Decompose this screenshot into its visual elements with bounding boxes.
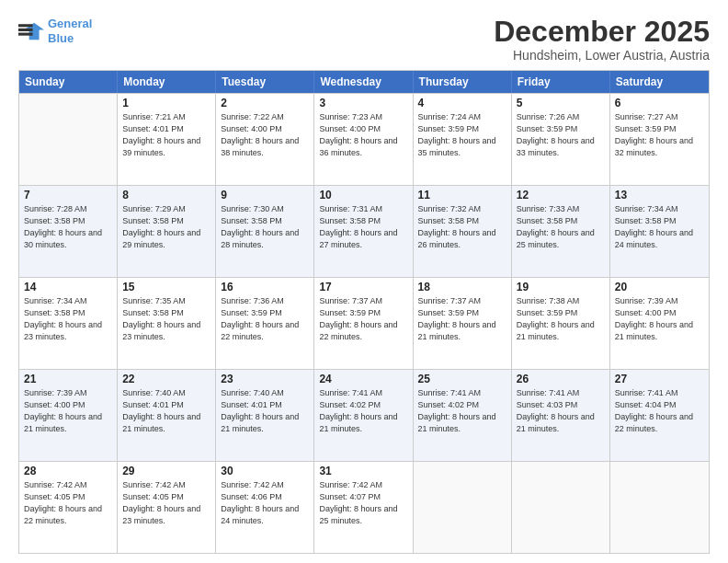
day-number: 27 bbox=[615, 373, 704, 385]
calendar-cell: 18Sunrise: 7:37 AM Sunset: 3:59 PM Dayli… bbox=[414, 278, 512, 369]
calendar-cell: 30Sunrise: 7:42 AM Sunset: 4:06 PM Dayli… bbox=[216, 462, 314, 553]
day-number: 24 bbox=[319, 373, 407, 385]
day-number: 10 bbox=[319, 189, 407, 201]
location-subtitle: Hundsheim, Lower Austria, Austria bbox=[494, 48, 710, 63]
day-number: 30 bbox=[221, 465, 309, 477]
cell-sun-info: Sunrise: 7:40 AM Sunset: 4:01 PM Dayligh… bbox=[221, 387, 309, 435]
calendar-cell: 29Sunrise: 7:42 AM Sunset: 4:05 PM Dayli… bbox=[118, 462, 216, 553]
calendar-row: 1Sunrise: 7:21 AM Sunset: 4:01 PM Daylig… bbox=[19, 93, 709, 185]
calendar-cell: 31Sunrise: 7:42 AM Sunset: 4:07 PM Dayli… bbox=[314, 462, 413, 553]
cell-sun-info: Sunrise: 7:39 AM Sunset: 4:00 PM Dayligh… bbox=[24, 387, 112, 435]
cell-sun-info: Sunrise: 7:42 AM Sunset: 4:05 PM Dayligh… bbox=[24, 479, 112, 527]
day-number: 20 bbox=[615, 281, 704, 293]
calendar-cell: 7Sunrise: 7:28 AM Sunset: 3:58 PM Daylig… bbox=[19, 186, 118, 277]
calendar-cell: 28Sunrise: 7:42 AM Sunset: 4:05 PM Dayli… bbox=[19, 462, 118, 553]
cal-header-day: Friday bbox=[512, 71, 610, 93]
calendar-cell: 14Sunrise: 7:34 AM Sunset: 3:58 PM Dayli… bbox=[19, 278, 118, 369]
logo: General Blue bbox=[18, 17, 92, 45]
calendar-cell: 25Sunrise: 7:41 AM Sunset: 4:02 PM Dayli… bbox=[414, 370, 512, 461]
cell-sun-info: Sunrise: 7:33 AM Sunset: 3:58 PM Dayligh… bbox=[517, 203, 605, 251]
day-number: 3 bbox=[319, 97, 407, 109]
title-block: December 2025 Hundsheim, Lower Austria, … bbox=[494, 17, 710, 63]
svg-rect-2 bbox=[18, 24, 33, 27]
cell-sun-info: Sunrise: 7:27 AM Sunset: 3:59 PM Dayligh… bbox=[615, 111, 704, 159]
cal-header-day: Sunday bbox=[19, 71, 118, 93]
day-number: 15 bbox=[122, 281, 210, 293]
calendar-row: 14Sunrise: 7:34 AM Sunset: 3:58 PM Dayli… bbox=[19, 277, 709, 369]
calendar-header: SundayMondayTuesdayWednesdayThursdayFrid… bbox=[19, 71, 709, 93]
cell-sun-info: Sunrise: 7:41 AM Sunset: 4:02 PM Dayligh… bbox=[319, 387, 407, 435]
calendar-cell: 22Sunrise: 7:40 AM Sunset: 4:01 PM Dayli… bbox=[118, 370, 216, 461]
header: General Blue December 2025 Hundsheim, Lo… bbox=[18, 17, 710, 63]
cell-sun-info: Sunrise: 7:32 AM Sunset: 3:58 PM Dayligh… bbox=[418, 203, 506, 251]
calendar-cell: 23Sunrise: 7:40 AM Sunset: 4:01 PM Dayli… bbox=[216, 370, 314, 461]
day-number: 26 bbox=[517, 373, 605, 385]
cell-sun-info: Sunrise: 7:37 AM Sunset: 3:59 PM Dayligh… bbox=[418, 295, 506, 343]
logo-icon bbox=[18, 18, 44, 44]
calendar-cell: 9Sunrise: 7:30 AM Sunset: 3:58 PM Daylig… bbox=[216, 186, 314, 277]
calendar-cell: 24Sunrise: 7:41 AM Sunset: 4:02 PM Dayli… bbox=[314, 370, 413, 461]
cell-sun-info: Sunrise: 7:41 AM Sunset: 4:04 PM Dayligh… bbox=[615, 387, 704, 435]
calendar-cell bbox=[512, 462, 610, 553]
calendar-cell: 10Sunrise: 7:31 AM Sunset: 3:58 PM Dayli… bbox=[314, 186, 413, 277]
calendar-cell: 27Sunrise: 7:41 AM Sunset: 4:04 PM Dayli… bbox=[610, 370, 709, 461]
day-number: 4 bbox=[418, 97, 506, 109]
day-number: 5 bbox=[517, 97, 605, 109]
calendar-cell: 17Sunrise: 7:37 AM Sunset: 3:59 PM Dayli… bbox=[314, 278, 413, 369]
cell-sun-info: Sunrise: 7:35 AM Sunset: 3:58 PM Dayligh… bbox=[122, 295, 210, 343]
calendar-cell: 21Sunrise: 7:39 AM Sunset: 4:00 PM Dayli… bbox=[19, 370, 118, 461]
cell-sun-info: Sunrise: 7:40 AM Sunset: 4:01 PM Dayligh… bbox=[122, 387, 210, 435]
day-number: 7 bbox=[24, 189, 112, 201]
page: General Blue December 2025 Hundsheim, Lo… bbox=[0, 0, 728, 563]
calendar-row: 21Sunrise: 7:39 AM Sunset: 4:00 PM Dayli… bbox=[19, 369, 709, 461]
cal-header-day: Thursday bbox=[414, 71, 512, 93]
calendar-cell: 20Sunrise: 7:39 AM Sunset: 4:00 PM Dayli… bbox=[610, 278, 709, 369]
day-number: 21 bbox=[24, 373, 112, 385]
calendar-cell: 5Sunrise: 7:26 AM Sunset: 3:59 PM Daylig… bbox=[512, 94, 610, 185]
cell-sun-info: Sunrise: 7:26 AM Sunset: 3:59 PM Dayligh… bbox=[517, 111, 605, 159]
cell-sun-info: Sunrise: 7:42 AM Sunset: 4:07 PM Dayligh… bbox=[319, 479, 407, 527]
cell-sun-info: Sunrise: 7:41 AM Sunset: 4:03 PM Dayligh… bbox=[517, 387, 605, 435]
calendar-cell bbox=[414, 462, 512, 553]
cell-sun-info: Sunrise: 7:39 AM Sunset: 4:00 PM Dayligh… bbox=[615, 295, 704, 343]
calendar-body: 1Sunrise: 7:21 AM Sunset: 4:01 PM Daylig… bbox=[19, 93, 709, 553]
calendar-cell: 1Sunrise: 7:21 AM Sunset: 4:01 PM Daylig… bbox=[118, 94, 216, 185]
day-number: 11 bbox=[418, 189, 506, 201]
calendar-cell: 16Sunrise: 7:36 AM Sunset: 3:59 PM Dayli… bbox=[216, 278, 314, 369]
cell-sun-info: Sunrise: 7:34 AM Sunset: 3:58 PM Dayligh… bbox=[24, 295, 112, 343]
svg-rect-4 bbox=[18, 32, 33, 35]
day-number: 2 bbox=[221, 97, 309, 109]
cell-sun-info: Sunrise: 7:21 AM Sunset: 4:01 PM Dayligh… bbox=[122, 111, 210, 159]
cell-sun-info: Sunrise: 7:29 AM Sunset: 3:58 PM Dayligh… bbox=[122, 203, 210, 251]
calendar-cell bbox=[610, 462, 709, 553]
day-number: 9 bbox=[221, 189, 309, 201]
cell-sun-info: Sunrise: 7:38 AM Sunset: 3:59 PM Dayligh… bbox=[517, 295, 605, 343]
logo-text: General Blue bbox=[48, 17, 92, 45]
calendar-row: 7Sunrise: 7:28 AM Sunset: 3:58 PM Daylig… bbox=[19, 185, 709, 277]
calendar-cell: 15Sunrise: 7:35 AM Sunset: 3:58 PM Dayli… bbox=[118, 278, 216, 369]
calendar-cell bbox=[19, 94, 118, 185]
cell-sun-info: Sunrise: 7:24 AM Sunset: 3:59 PM Dayligh… bbox=[418, 111, 506, 159]
svg-rect-3 bbox=[18, 28, 33, 30]
day-number: 16 bbox=[221, 281, 309, 293]
calendar-cell: 6Sunrise: 7:27 AM Sunset: 3:59 PM Daylig… bbox=[610, 94, 709, 185]
day-number: 18 bbox=[418, 281, 506, 293]
cal-header-day: Monday bbox=[118, 71, 216, 93]
calendar-cell: 3Sunrise: 7:23 AM Sunset: 4:00 PM Daylig… bbox=[314, 94, 413, 185]
calendar-cell: 26Sunrise: 7:41 AM Sunset: 4:03 PM Dayli… bbox=[512, 370, 610, 461]
day-number: 13 bbox=[615, 189, 704, 201]
day-number: 14 bbox=[24, 281, 112, 293]
calendar-cell: 2Sunrise: 7:22 AM Sunset: 4:00 PM Daylig… bbox=[216, 94, 314, 185]
month-title: December 2025 bbox=[494, 17, 710, 46]
calendar-cell: 4Sunrise: 7:24 AM Sunset: 3:59 PM Daylig… bbox=[414, 94, 512, 185]
cell-sun-info: Sunrise: 7:22 AM Sunset: 4:00 PM Dayligh… bbox=[221, 111, 309, 159]
day-number: 1 bbox=[122, 97, 210, 109]
cell-sun-info: Sunrise: 7:34 AM Sunset: 3:58 PM Dayligh… bbox=[615, 203, 704, 251]
day-number: 28 bbox=[24, 465, 112, 477]
day-number: 22 bbox=[122, 373, 210, 385]
cal-header-day: Tuesday bbox=[216, 71, 314, 93]
calendar-cell: 12Sunrise: 7:33 AM Sunset: 3:58 PM Dayli… bbox=[512, 186, 610, 277]
calendar-cell: 11Sunrise: 7:32 AM Sunset: 3:58 PM Dayli… bbox=[414, 186, 512, 277]
calendar-cell: 13Sunrise: 7:34 AM Sunset: 3:58 PM Dayli… bbox=[610, 186, 709, 277]
logo-line2: Blue bbox=[48, 31, 74, 45]
